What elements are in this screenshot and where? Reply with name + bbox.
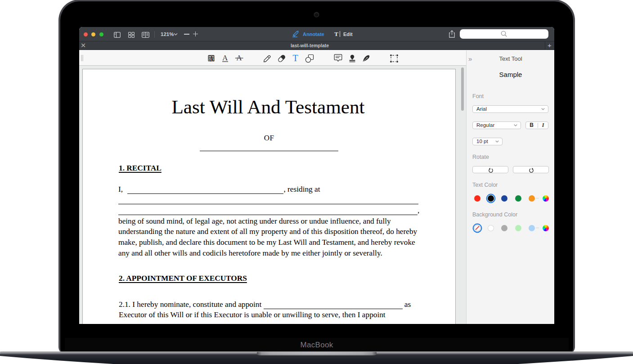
svg-text:T: T [292, 54, 298, 63]
svg-text:A: A [209, 55, 214, 62]
svg-text:A: A [222, 54, 228, 62]
